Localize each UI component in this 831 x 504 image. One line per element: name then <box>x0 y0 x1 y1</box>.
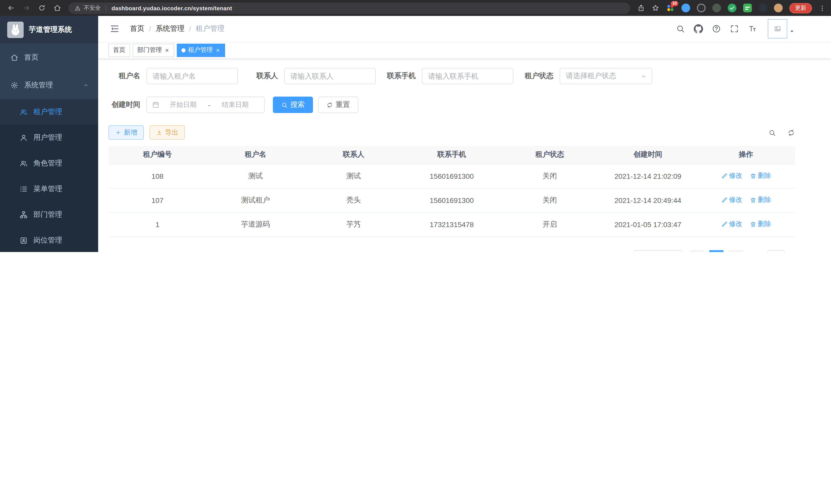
table-row: 1 芋道源码 芋艿 17321315478 开启 2021-01-05 17:0… <box>109 212 795 236</box>
reset-button[interactable]: 重置 <box>318 97 358 113</box>
edit-link[interactable]: 修改 <box>721 219 742 229</box>
users-icon <box>20 108 28 116</box>
github-icon[interactable] <box>694 24 703 33</box>
tenant-status-select[interactable]: 请选择租户状态 <box>560 68 652 84</box>
extension-olive-icon[interactable] <box>712 4 721 12</box>
close-icon[interactable] <box>215 48 221 53</box>
add-button[interactable]: 新增 <box>109 125 144 140</box>
close-icon[interactable] <box>165 48 170 53</box>
plus-icon <box>115 129 121 136</box>
current-page-button[interactable]: 1 <box>709 250 724 252</box>
header-search-icon[interactable] <box>676 24 685 33</box>
refresh-icon <box>326 101 333 108</box>
filter-contact: 联系人 <box>246 68 376 84</box>
tab-tenant[interactable]: 租户管理 <box>177 43 225 57</box>
extension-drop-icon[interactable] <box>682 4 690 12</box>
delete-link[interactable]: 删除 <box>749 196 771 205</box>
extension-colorful-icon[interactable]: 10 <box>666 4 675 12</box>
bookmark-star-icon[interactable] <box>652 4 659 12</box>
table-row: 107 测试租户 秃头 15601691300 关闭 2021-12-14 20… <box>109 188 795 212</box>
page-content: 租户名 联系人 联系手机 租户状态 请选择租户状态 <box>98 59 831 252</box>
help-icon[interactable] <box>712 24 721 33</box>
export-button[interactable]: 导出 <box>149 125 185 140</box>
contact-input[interactable] <box>284 68 376 84</box>
pencil-icon <box>721 221 727 228</box>
refresh-table-icon[interactable] <box>787 129 795 137</box>
org-tree-icon <box>20 211 28 219</box>
date-start-placeholder: 开始日期 <box>159 100 207 110</box>
sidebar-item-user[interactable]: 用户管理 <box>0 125 98 151</box>
edit-link[interactable]: 修改 <box>721 196 742 205</box>
toggle-search-icon[interactable] <box>768 129 776 137</box>
table-row: 108 测试 测试 15601691300 关闭 2021-12-14 21:0… <box>109 164 795 188</box>
sidebar-item-role[interactable]: 角色管理 <box>0 151 98 176</box>
next-page-button[interactable] <box>729 250 743 252</box>
fullscreen-icon[interactable] <box>730 24 739 33</box>
breadcrumb-system[interactable]: 系统管理 <box>156 24 184 33</box>
date-end-placeholder: 结束日期 <box>211 100 259 110</box>
browser-forward-button[interactable] <box>23 4 30 12</box>
avatar-broken-image <box>768 19 787 38</box>
browser-profile-avatar[interactable] <box>774 4 783 12</box>
extension-green-check-icon[interactable] <box>728 4 737 12</box>
cell-actions: 修改 删除 <box>697 212 795 236</box>
sidebar-item-post[interactable]: 岗位管理 <box>0 228 98 252</box>
sidebar-item-tenant[interactable]: 租户管理 <box>0 99 98 125</box>
tab-dept[interactable]: 部门管理 <box>133 43 174 57</box>
date-range-separator: - <box>207 101 211 109</box>
badge-icon <box>20 236 28 244</box>
insecure-warning-icon <box>75 5 81 11</box>
sidebar-item-system[interactable]: 系统管理 <box>0 71 98 99</box>
pagination-goto: 前往 页 <box>750 250 795 252</box>
app-logo[interactable]: 芋道管理系统 <box>0 16 98 44</box>
browser-update-button[interactable]: 更新 <box>790 3 812 13</box>
phone-label: 联系手机 <box>384 71 416 81</box>
browser-reload-button[interactable] <box>38 4 46 12</box>
chevron-up-icon <box>83 82 89 88</box>
share-icon[interactable] <box>637 4 645 12</box>
app-window: 芋道管理系统 首页 系统管理 租户管理 <box>0 16 831 252</box>
tab-home[interactable]: 首页 <box>109 43 130 57</box>
filter-row-2: 创建时间 开始日期 - 结束日期 搜索 重置 <box>109 97 795 113</box>
breadcrumb-home[interactable]: 首页 <box>130 24 144 33</box>
browser-menu-icon[interactable] <box>819 4 826 11</box>
browser-nav-buttons <box>7 4 61 12</box>
trash-icon <box>749 173 756 179</box>
browser-home-button[interactable] <box>53 4 61 12</box>
page-size-select[interactable]: 10条/页 <box>634 250 683 252</box>
search-button[interactable]: 搜索 <box>273 97 313 113</box>
filter-create-time: 创建时间 开始日期 - 结束日期 <box>109 97 265 113</box>
edit-link[interactable]: 修改 <box>721 171 742 181</box>
address-divider <box>106 5 106 11</box>
cell-created-at: 2021-12-14 20:49:44 <box>599 188 697 212</box>
font-size-icon[interactable] <box>748 24 757 33</box>
trash-icon <box>749 197 756 203</box>
tenant-name-input[interactable] <box>146 68 238 84</box>
sidebar-collapse-button[interactable] <box>104 24 125 34</box>
pencil-icon <box>721 173 727 179</box>
sidebar-item-menu[interactable]: 菜单管理 <box>0 176 98 202</box>
cell-contact: 测试 <box>305 164 403 188</box>
breadcrumb-separator: / <box>189 25 191 33</box>
gear-icon <box>10 81 19 89</box>
sidebar-item-dept[interactable]: 部门管理 <box>0 202 98 228</box>
users-icon <box>20 159 28 168</box>
address-bar[interactable]: 不安全 dashboard.yudao.iocoder.cn/system/te… <box>68 2 630 13</box>
browser-back-button[interactable] <box>7 4 15 12</box>
extension-ring-icon[interactable] <box>697 4 706 12</box>
phone-input[interactable] <box>422 68 513 84</box>
tenant-table: 租户编号 租户名 联系人 联系手机 租户状态 创建时间 操作 108 测试 <box>109 146 795 237</box>
delete-link[interactable]: 删除 <box>749 219 771 229</box>
status-label: 租户状态 <box>522 71 553 81</box>
goto-page-input[interactable] <box>767 250 785 252</box>
prev-page-button[interactable] <box>690 250 704 252</box>
create-time-range-picker[interactable]: 开始日期 - 结束日期 <box>146 97 265 113</box>
col-contact: 联系人 <box>305 146 403 164</box>
sidebar-item-home[interactable]: 首页 <box>0 44 98 71</box>
extension-chat-icon[interactable] <box>743 4 752 12</box>
main-panel: 首页 / 系统管理 / 租户管理 <box>98 16 831 252</box>
user-avatar-dropdown[interactable] <box>768 19 795 38</box>
extension-dark-icon[interactable] <box>758 4 767 12</box>
cell-tenant-name: 芋道源码 <box>207 212 305 236</box>
delete-link[interactable]: 删除 <box>749 171 771 181</box>
